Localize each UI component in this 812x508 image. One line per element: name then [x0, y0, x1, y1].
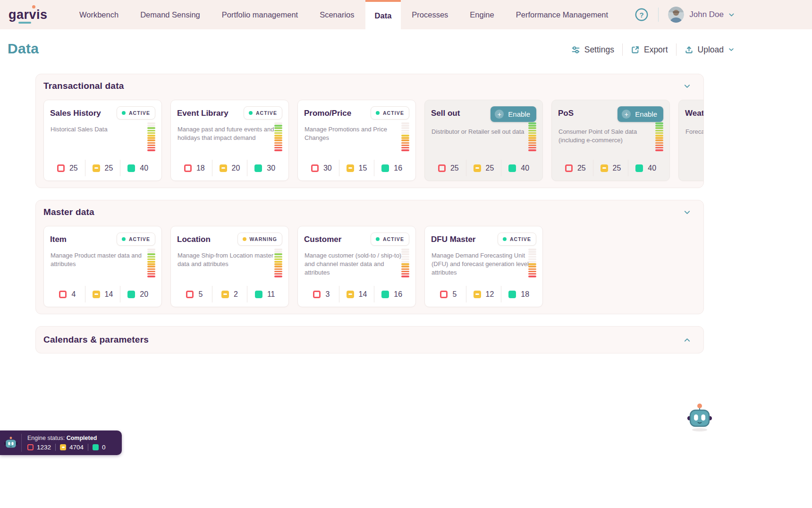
nav-item-processes[interactable]: Processes — [401, 0, 459, 29]
card-description: Forecast — [685, 128, 704, 136]
card-header: DFU MasterACTIVE — [431, 232, 536, 246]
assistant-robot-button[interactable] — [685, 403, 715, 433]
stat-warning: 20 — [212, 160, 247, 176]
gauge-segment — [274, 266, 282, 267]
upload-button[interactable]: Upload — [685, 45, 735, 55]
gauge-segment — [147, 266, 155, 267]
gauge-segment — [401, 145, 409, 146]
stat-warning: 25 — [593, 160, 628, 176]
card-sales-history[interactable]: Sales HistoryACTIVEHistorical Sales Data… — [43, 100, 162, 181]
nav-item-scenarios[interactable]: Scenarios — [309, 0, 365, 29]
nav-item-workbench[interactable]: Workbench — [68, 0, 129, 29]
nav-item-data[interactable]: Data — [365, 0, 401, 29]
card-description: Consumer Point of Sale data (including e… — [558, 128, 653, 145]
enable-button[interactable]: +Enable — [617, 106, 663, 122]
nav-item-engine[interactable]: Engine — [459, 0, 505, 29]
user-menu[interactable]: John Doe — [668, 7, 735, 23]
gauge-segment — [274, 132, 282, 134]
gauge-segment — [655, 149, 663, 151]
engine-status-value: Completed — [67, 435, 97, 441]
card-dfu-master[interactable]: DFU MasterACTIVEManage Demand Forecastin… — [424, 226, 543, 307]
enable-button-label: Enable — [508, 110, 530, 118]
card-description: Manage Promotions and Price Changes — [304, 125, 402, 142]
nav-divider — [658, 8, 659, 22]
card-stats: 41420 — [50, 286, 155, 302]
plus-icon: + — [622, 110, 631, 119]
card-header: Event LibraryACTIVE — [177, 106, 282, 120]
status-badge: ACTIVE — [117, 232, 155, 246]
status-dot — [243, 237, 246, 241]
enable-button[interactable]: +Enable — [491, 106, 536, 122]
nav-item-demand-sensing[interactable]: Demand Sensing — [129, 0, 211, 29]
section-transactional-data: Transactional dataSales HistoryACTIVEHis… — [35, 74, 704, 188]
section-chevron-down-icon[interactable] — [681, 207, 693, 218]
stat-value: 40 — [648, 164, 656, 172]
nav-item-portfolio-management[interactable]: Portfolio management — [211, 0, 309, 29]
gauge-segment — [401, 132, 409, 134]
status-dot — [122, 237, 126, 241]
card-weather[interactable]: Weather+EnableForecast — [678, 100, 704, 181]
gauge-segment — [274, 137, 282, 139]
robot-mascot-icon — [685, 403, 715, 433]
status-ok-icon — [508, 291, 516, 298]
card-row: Sales HistoryACTIVEHistorical Sales Data… — [43, 100, 696, 181]
status-badge-label: ACTIVE — [129, 236, 150, 242]
status-error-icon — [311, 164, 319, 172]
export-button[interactable]: Export — [631, 45, 668, 55]
engine-status-text: Engine status: Completed 123247040 — [27, 435, 106, 451]
gauge-segment — [147, 147, 155, 149]
stat-ok: 16 — [374, 286, 409, 302]
brand-logo[interactable]: garvis — [8, 0, 52, 29]
stat-ok: 11 — [247, 286, 282, 302]
page-header: Data Settings Export — [0, 29, 812, 74]
section-chevron-up-icon[interactable] — [681, 334, 693, 346]
stat-warning: 14 — [339, 286, 374, 302]
user-name: John Doe — [689, 10, 724, 19]
gauge-segment — [274, 253, 282, 255]
status-warning-icon — [347, 291, 354, 298]
gauge-segment — [274, 261, 282, 263]
card-promo-price[interactable]: Promo/PriceACTIVEManage Promotions and P… — [297, 100, 416, 181]
stat-value: 25 — [69, 164, 78, 172]
gauge-segment — [528, 132, 536, 134]
section-title: Calendars & parameters — [43, 335, 149, 345]
gauge-segment — [401, 266, 409, 267]
gauge-segment — [528, 127, 536, 129]
gauge-segment — [147, 251, 155, 253]
gauge-segment — [147, 256, 155, 258]
card-header: CustomerACTIVE — [304, 232, 409, 246]
stat-error: 30 — [304, 160, 339, 176]
nav-right: ? John Doe — [634, 0, 735, 29]
gauge-segment — [528, 145, 536, 146]
gauge-segment — [401, 263, 409, 265]
status-badge-label: ACTIVE — [129, 110, 150, 116]
settings-button[interactable]: Settings — [571, 45, 614, 55]
gauge-segment — [147, 125, 155, 127]
quality-gauge — [528, 122, 536, 151]
card-event-library[interactable]: Event LibraryACTIVEManage past and futur… — [170, 100, 289, 181]
card-pos[interactable]: PoS+EnableConsumer Point of Sale data (i… — [551, 100, 670, 181]
gauge-segment — [274, 130, 282, 132]
status-dot — [503, 237, 507, 241]
card-item[interactable]: ItemACTIVEManage Product master data and… — [43, 226, 162, 307]
help-icon[interactable]: ? — [634, 8, 649, 22]
stat-ok: 18 — [501, 286, 536, 302]
card-customer[interactable]: CustomerACTIVEManage customer (sold-to /… — [297, 226, 416, 307]
status-badge: ACTIVE — [498, 232, 536, 246]
section-chevron-down-icon[interactable] — [681, 80, 693, 92]
gauge-segment — [274, 249, 282, 250]
stat-error — [685, 160, 704, 176]
gauge-segment — [655, 137, 663, 139]
stat-ok: 20 — [120, 286, 155, 302]
gauge-segment — [655, 145, 663, 146]
card-sell-out[interactable]: Sell out+EnableDistributor or Retailer s… — [424, 100, 543, 181]
gauge-segment — [528, 251, 536, 253]
card-stats: 252540 — [50, 160, 155, 176]
status-dot — [376, 237, 380, 241]
nav-item-performance-management[interactable]: Performance Management — [505, 0, 619, 29]
card-title: Event Library — [177, 106, 228, 118]
card-location[interactable]: LocationWARNINGManage Ship-from Location… — [170, 226, 289, 307]
gauge-segment — [528, 268, 536, 270]
gauge-segment — [147, 137, 155, 139]
gauge-segment — [274, 258, 282, 260]
